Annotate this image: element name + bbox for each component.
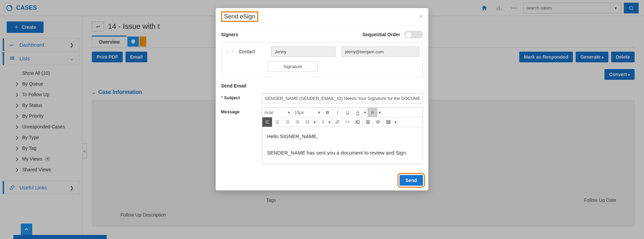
send-email-heading: Send Email <box>221 83 423 88</box>
link-tool-icon[interactable] <box>332 117 342 127</box>
contact-name-input[interactable] <box>271 47 335 57</box>
numbered-list-icon[interactable] <box>317 117 327 127</box>
sequential-label: Sequential Order <box>362 32 400 37</box>
preview-icon[interactable] <box>373 117 383 127</box>
image-tool-icon[interactable] <box>353 117 363 127</box>
align-left-icon[interactable] <box>262 117 272 127</box>
table-caret-icon[interactable]: ▾ <box>393 117 398 127</box>
bullet-list-icon[interactable] <box>303 117 313 127</box>
modal-body: Signers Sequential Order ⋮⋮ Contact Sign… <box>216 26 428 172</box>
message-line-1: Hello SIGNER_NAME, <box>267 132 418 141</box>
close-icon[interactable]: × <box>419 13 423 20</box>
signature-button[interactable]: Signature <box>268 61 318 71</box>
numbered-caret-icon[interactable]: ▾ <box>327 117 332 127</box>
highlight-icon[interactable]: A <box>368 108 378 117</box>
italic-icon[interactable]: I <box>333 108 343 117</box>
subject-input[interactable] <box>262 93 423 103</box>
align-center-icon[interactable] <box>272 117 282 127</box>
send-esign-modal: Send eSign × Signers Sequential Order ⋮⋮… <box>216 8 428 190</box>
svg-point-13 <box>306 123 306 123</box>
svg-point-12 <box>306 122 306 122</box>
contact-label: Contact <box>239 49 268 54</box>
text-color-icon[interactable]: A <box>353 108 363 117</box>
send-button[interactable]: Send <box>399 175 423 186</box>
editor-body[interactable]: Hello SIGNER_NAME, SENDER_NAME has sent … <box>262 127 423 164</box>
text-color-caret-icon[interactable]: ▾ <box>363 108 368 117</box>
sequential-toggle[interactable] <box>404 31 423 38</box>
subject-label: *Subject <box>221 93 262 100</box>
signer-card: ⋮⋮ Contact Signature <box>221 42 423 77</box>
font-size-select[interactable]: 15px▾ <box>292 108 323 117</box>
modal-title: Send eSign <box>221 11 258 22</box>
editor-toolbar: Arial▾ 15px▾ B I U A ▾ A ▾ ▾ <box>262 108 423 127</box>
font-family-select[interactable]: Arial▾ <box>262 108 292 117</box>
svg-point-11 <box>306 121 306 121</box>
message-label: Message <box>221 107 262 114</box>
svg-rect-20 <box>386 120 390 123</box>
print-icon[interactable] <box>363 117 373 127</box>
align-justify-icon[interactable] <box>292 117 303 127</box>
svg-point-19 <box>377 121 379 123</box>
table-tool-icon[interactable] <box>383 117 393 127</box>
modal-header: Send eSign × <box>216 8 428 26</box>
modal-footer: Send <box>216 172 428 190</box>
rich-editor: Arial▾ 15px▾ B I U A ▾ A ▾ ▾ <box>262 107 423 164</box>
underline-icon[interactable]: U <box>343 108 353 117</box>
drag-handle-icon[interactable]: ⋮⋮ <box>225 49 235 54</box>
message-line-2: SENDER_NAME has sent you a document to r… <box>267 148 418 158</box>
signers-label: Signers <box>221 32 238 37</box>
align-right-icon[interactable] <box>282 117 292 127</box>
contact-email-input[interactable] <box>341 47 419 57</box>
bold-icon[interactable]: B <box>323 108 333 117</box>
highlight-caret-icon[interactable]: ▾ <box>378 108 382 117</box>
list-caret-icon[interactable]: ▾ <box>313 117 317 127</box>
code-icon[interactable] <box>342 117 353 127</box>
